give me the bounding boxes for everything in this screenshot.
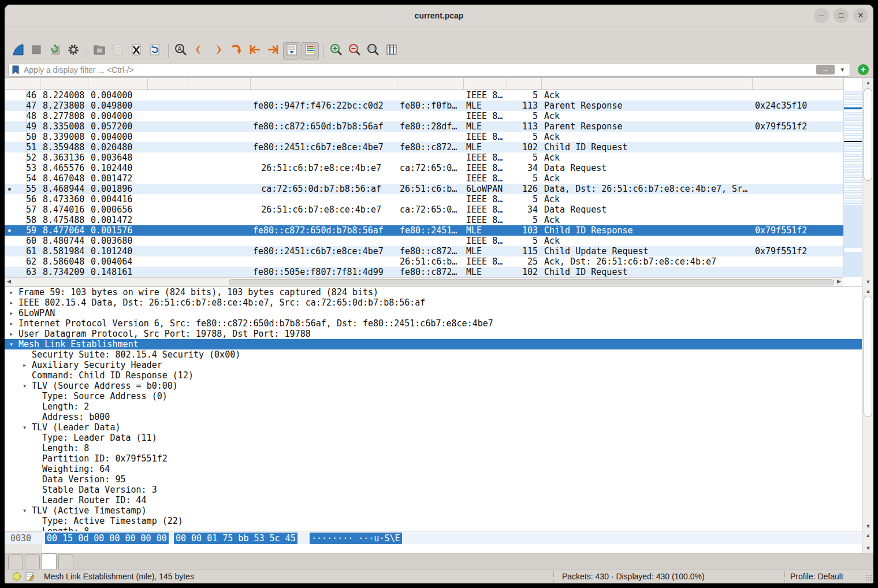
detail-line[interactable]: ▸ IEEE 802.15.4 Data, Dst: 26:51:c6:b7:e… xyxy=(5,297,862,308)
detail-line[interactable]: Length: 2 xyxy=(5,401,862,412)
column-header[interactable] xyxy=(88,78,148,90)
expander-icon[interactable] xyxy=(33,433,42,443)
first-packet-button[interactable] xyxy=(246,42,263,59)
expander-icon[interactable] xyxy=(33,391,42,401)
expander-icon[interactable]: ▾ xyxy=(23,381,32,391)
open-file-button[interactable] xyxy=(91,42,108,59)
byte-view-tab[interactable] xyxy=(42,553,57,569)
detail-line[interactable]: ▸ Auxiliary Security Header xyxy=(5,360,862,370)
packet-row[interactable]: 61 8.581984 0.101240 fe80::2451:c6b7:e8c… xyxy=(5,246,843,256)
detail-line[interactable]: ▸ Internet Protocol Version 6, Src: fe80… xyxy=(5,318,862,329)
packet-list-hscrollbar[interactable]: ◀ ▶ xyxy=(5,277,843,286)
detail-line[interactable]: Leader Router ID: 44 xyxy=(5,495,862,505)
detail-line[interactable]: Security Suite: 802.15.4 Security (0x00) xyxy=(5,349,862,360)
packet-list-vscrollbar[interactable]: ▲ ▼ xyxy=(862,78,873,286)
maximize-button[interactable]: □ xyxy=(834,8,849,23)
packet-row[interactable]: 56 8.473360 0.004416 IEEE 8… 5 Ack xyxy=(5,194,843,204)
packet-row[interactable]: 49 8.335008 0.057200 fe80::c872:650d:b7b… xyxy=(5,121,843,132)
expander-icon[interactable]: ▸ xyxy=(9,329,18,339)
byte-view-tab[interactable] xyxy=(58,554,73,569)
detail-line[interactable]: ▾ TLV (Active Timestamp) xyxy=(5,505,862,516)
restart-capture-button[interactable] xyxy=(46,42,64,59)
detail-line[interactable]: Type: Leader Data (11) xyxy=(5,433,862,443)
apply-filter-button[interactable]: → xyxy=(816,65,835,75)
detail-line[interactable]: ▾ TLV (Source Address = b0:00) xyxy=(5,381,862,391)
resize-grip[interactable] xyxy=(865,574,872,581)
expander-icon[interactable] xyxy=(33,485,42,495)
detail-line[interactable]: Address: b000 xyxy=(5,412,862,422)
detail-line[interactable]: Partition ID: 0x79f551f2 xyxy=(5,453,862,464)
expander-icon[interactable] xyxy=(33,526,42,531)
capture-comment-icon[interactable] xyxy=(25,572,35,583)
capture-options-button[interactable] xyxy=(65,42,82,59)
auto-scroll-button[interactable] xyxy=(283,42,300,59)
expander-icon[interactable]: ▾ xyxy=(23,422,32,433)
minimize-button[interactable]: – xyxy=(814,8,829,23)
expander-icon[interactable] xyxy=(33,443,42,453)
detail-line[interactable]: ▸ User Datagram Protocol, Src Port: 1978… xyxy=(5,329,862,339)
expander-icon[interactable]: ▸ xyxy=(9,318,18,329)
start-capture-button[interactable] xyxy=(9,42,27,59)
hex-bytes-highlighted[interactable]: 00 00 01 75 bb 53 5c 45 xyxy=(174,533,297,544)
expert-info-icon[interactable] xyxy=(13,572,21,580)
packet-row[interactable]: 57 8.474016 0.000656 26:51:c6:b7:e8:ce:4… xyxy=(5,204,843,215)
filter-dropdown-caret[interactable]: ▾ xyxy=(840,66,844,73)
expander-icon[interactable]: ▸ xyxy=(9,287,18,297)
column-header[interactable] xyxy=(464,78,507,90)
expander-icon[interactable] xyxy=(33,464,42,474)
column-header[interactable] xyxy=(148,78,188,90)
scroll-up-icon[interactable]: ▲ xyxy=(862,80,873,85)
close-file-button[interactable] xyxy=(128,42,145,59)
expander-icon[interactable]: ▸ xyxy=(9,308,18,318)
hex-ascii-highlighted[interactable]: ········ ···u·S\E xyxy=(310,533,402,544)
detail-line[interactable]: Length: 8 xyxy=(5,526,862,531)
scroll-up-icon[interactable]: ▲ xyxy=(862,288,873,294)
column-header[interactable] xyxy=(507,78,542,90)
packet-row[interactable]: 50 8.339008 0.004000 IEEE 8… 5 Ack xyxy=(5,132,843,142)
go-forward-button[interactable] xyxy=(209,42,226,59)
column-header[interactable] xyxy=(5,78,40,90)
packet-row[interactable]: 58 8.475488 0.001472 IEEE 8… 5 Ack xyxy=(5,215,843,225)
packet-row[interactable]: 59 8.477064 0.001576 fe80::c872:650d:b7b… xyxy=(5,225,843,236)
packet-row[interactable]: 54 8.467048 0.001472 IEEE 8… 5 Ack xyxy=(5,173,843,184)
zoom-100-button[interactable]: 1:1 xyxy=(364,42,382,59)
detail-line[interactable]: Data Version: 95 xyxy=(5,474,862,485)
column-header[interactable] xyxy=(753,78,843,90)
close-button[interactable]: ✕ xyxy=(853,8,868,23)
detail-line[interactable]: Length: 8 xyxy=(5,443,862,453)
detail-line[interactable]: ▸ Frame 59: 103 bytes on wire (824 bits)… xyxy=(5,287,862,297)
packet-row[interactable]: 48 8.277808 0.004000 IEEE 8… 5 Ack xyxy=(5,111,843,121)
display-filter-input[interactable] xyxy=(23,64,816,76)
expander-icon[interactable]: ▸ xyxy=(9,297,18,308)
last-packet-button[interactable] xyxy=(265,42,282,59)
zoom-out-button[interactable] xyxy=(346,42,363,59)
column-header[interactable] xyxy=(542,78,753,90)
expander-icon[interactable] xyxy=(33,516,42,526)
packet-row[interactable]: 63 8.734209 0.148161 fe80::505e:f807:7f8… xyxy=(5,267,843,277)
expander-icon[interactable] xyxy=(33,401,42,412)
filter-bookmark-icon[interactable] xyxy=(12,65,20,77)
find-packet-button[interactable]: A xyxy=(172,42,189,59)
expander-icon[interactable] xyxy=(23,370,32,381)
hex-row[interactable]: 0030 00 15 0d 00 00 00 00 00 00 00 01 75… xyxy=(5,533,862,544)
add-filter-button[interactable]: + xyxy=(858,64,869,75)
detail-line[interactable]: Weighting: 64 xyxy=(5,464,862,474)
packet-row[interactable]: 53 8.465576 0.102440 26:51:c6:b7:e8:ce:4… xyxy=(5,163,843,173)
packet-row[interactable]: 52 8.363136 0.003648 IEEE 8… 5 Ack xyxy=(5,152,843,163)
byte-view-tab[interactable] xyxy=(8,554,23,569)
detail-line[interactable]: Type: Source Address (0) xyxy=(5,391,862,401)
save-file-button[interactable] xyxy=(109,42,127,59)
expander-icon[interactable] xyxy=(23,349,32,360)
scroll-up-icon[interactable]: ▲ xyxy=(862,533,873,538)
packet-minimap[interactable] xyxy=(843,78,862,277)
column-header[interactable] xyxy=(188,78,251,90)
byte-view-tab[interactable] xyxy=(25,554,40,569)
reload-file-button[interactable] xyxy=(146,42,163,59)
detail-line[interactable]: Stable Data Version: 3 xyxy=(5,485,862,495)
scroll-down-icon[interactable]: ▼ xyxy=(862,279,873,285)
hex-bytes-highlighted[interactable]: 00 15 0d 00 00 00 00 00 xyxy=(45,533,169,544)
expander-icon[interactable] xyxy=(33,453,42,464)
expander-icon[interactable] xyxy=(33,495,42,505)
column-header[interactable] xyxy=(40,78,88,90)
resize-columns-button[interactable] xyxy=(383,42,400,59)
